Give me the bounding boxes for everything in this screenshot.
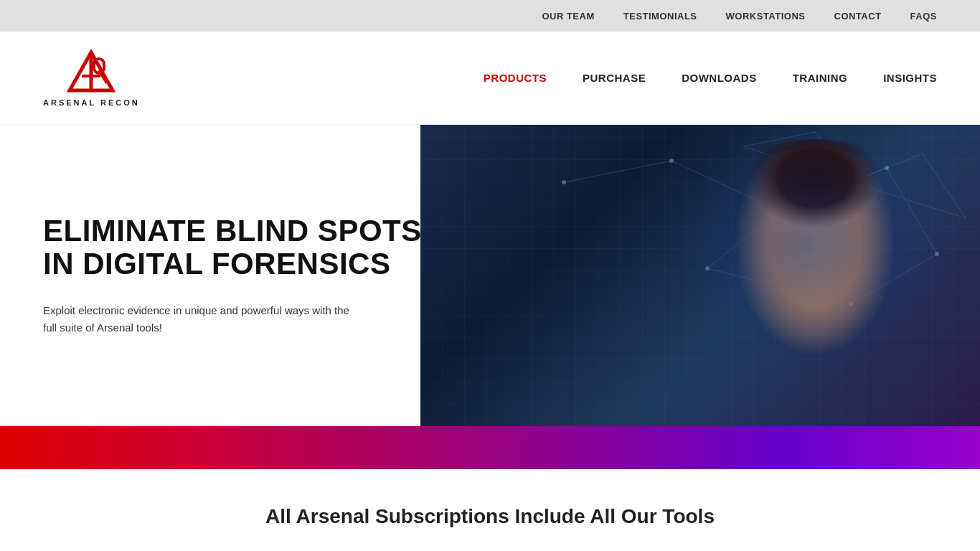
- logo-link[interactable]: ARSENAL RECON: [43, 49, 140, 107]
- hero-background: [420, 125, 980, 426]
- topbar-link-testimonials[interactable]: TESTIMONIALS: [623, 11, 697, 22]
- main-nav-links: PRODUCTS PURCHASE DOWNLOADS TRAINING INS…: [484, 72, 937, 84]
- nav-link-insights[interactable]: INSIGHTS: [883, 72, 937, 84]
- hero-headline: ELIMINATE BLIND SPOTS IN DIGITAL FORENSI…: [43, 215, 445, 281]
- main-nav: ARSENAL RECON PRODUCTS PURCHASE DOWNLOAD…: [0, 32, 980, 125]
- hero-section: ELIMINATE BLIND SPOTS IN DIGITAL FORENSI…: [0, 125, 980, 426]
- nav-link-downloads[interactable]: DOWNLOADS: [682, 72, 757, 84]
- nav-link-training[interactable]: TRAINING: [793, 72, 848, 84]
- topbar-link-our-team[interactable]: OUR TEAM: [542, 11, 594, 22]
- logo-icon: [62, 49, 120, 95]
- top-bar: OUR TEAM TESTIMONIALS WORKSTATIONS CONTA…: [0, 0, 980, 32]
- hero-content: ELIMINATE BLIND SPOTS IN DIGITAL FORENSI…: [43, 215, 445, 336]
- logo-text: ARSENAL RECON: [43, 98, 140, 107]
- nav-link-products[interactable]: PRODUCTS: [484, 72, 547, 84]
- topbar-link-faqs[interactable]: FAQS: [910, 11, 937, 22]
- gradient-band: [0, 426, 980, 469]
- hero-subtext: Exploit electronic evidence in unique an…: [43, 302, 359, 336]
- subscriptions-section: All Arsenal Subscriptions Include All Ou…: [0, 469, 980, 550]
- subscriptions-heading: All Arsenal Subscriptions Include All Ou…: [43, 505, 937, 528]
- topbar-link-workstations[interactable]: WORKSTATIONS: [726, 11, 806, 22]
- topbar-link-contact[interactable]: CONTACT: [834, 11, 882, 22]
- nav-link-purchase[interactable]: PURCHASE: [583, 72, 646, 84]
